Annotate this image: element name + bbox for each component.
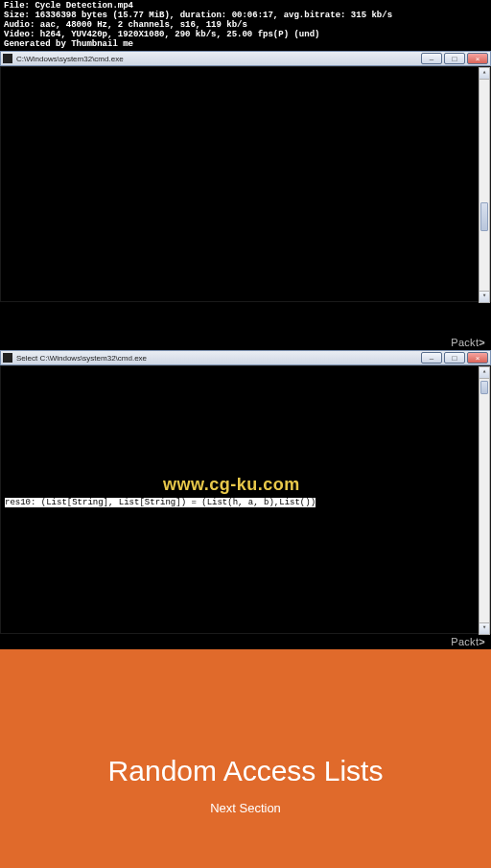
scroll-up-button[interactable]: ▴ xyxy=(479,68,489,80)
minimize-button[interactable]: – xyxy=(421,352,442,364)
video-metadata: File: Cycle Detection.mp4 Size: 16336398… xyxy=(0,0,491,51)
scroll-thumb[interactable] xyxy=(480,202,488,231)
highlighted-output-line: res10: (List[String], List[String]) = (L… xyxy=(5,498,316,507)
packt-logo-1: Packt> xyxy=(451,337,485,348)
meta-generated: Generated by Thumbnail me xyxy=(4,40,487,50)
terminal-window-2: Select C:\Windows\system32\cmd.exe – □ ×… xyxy=(0,350,491,634)
packt-logo-2: Packt> xyxy=(451,636,485,647)
titlebar-1[interactable]: C:\Windows\system32\cmd.exe – □ × xyxy=(0,51,491,66)
scroll-up-button[interactable]: ▴ xyxy=(479,367,489,379)
scrollbar-1[interactable]: ▴ ▾ xyxy=(479,67,490,303)
terminal-window-1: C:\Windows\system32\cmd.exe – □ × | else… xyxy=(0,51,491,302)
scroll-down-button[interactable]: ▾ xyxy=(479,622,489,634)
terminal-output-1[interactable]: | else x :: sort(succSet(x, g), visited)… xyxy=(0,66,491,302)
scrollbar-2[interactable]: ▴ ▾ xyxy=(479,366,490,635)
maximize-button[interactable]: □ xyxy=(444,53,465,64)
terminal-output-2[interactable]: scala> type VC = (List[String], List[Str… xyxy=(0,365,491,634)
slide-subtitle: Next Section xyxy=(210,801,281,815)
close-button[interactable]: × xyxy=(467,352,488,364)
cmd-icon xyxy=(3,54,12,63)
minimize-button[interactable]: – xyxy=(421,53,442,64)
close-button[interactable]: × xyxy=(467,53,488,64)
window-title-2: Select C:\Windows\system32\cmd.exe xyxy=(16,354,147,363)
scroll-down-button[interactable]: ▾ xyxy=(479,291,489,302)
maximize-button[interactable]: □ xyxy=(444,352,465,364)
slide-title: Random Access Lists xyxy=(108,755,384,787)
titlebar-2[interactable]: Select C:\Windows\system32\cmd.exe – □ × xyxy=(0,350,491,365)
window-title-1: C:\Windows\system32\cmd.exe xyxy=(16,55,124,63)
scroll-thumb[interactable] xyxy=(480,381,488,394)
cmd-icon xyxy=(3,353,12,363)
title-slide: Random Access Lists Next Section Packt> xyxy=(0,649,491,868)
